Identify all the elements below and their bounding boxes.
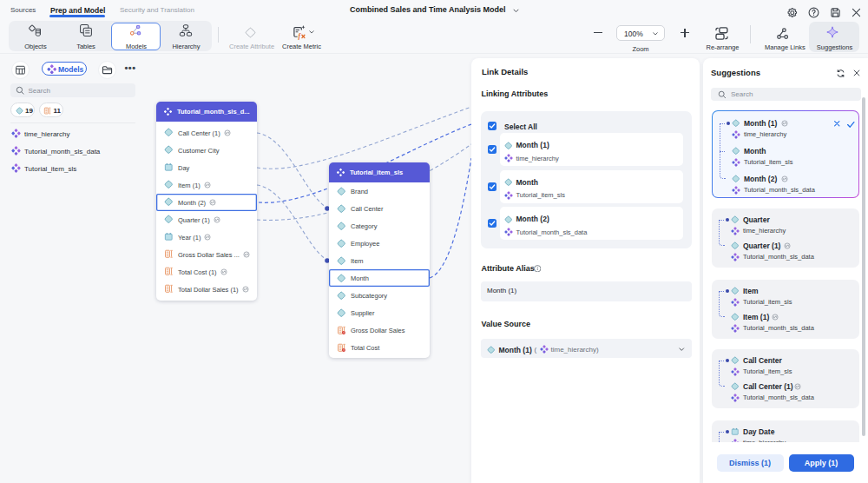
svg-text:f: f [298,32,301,40]
